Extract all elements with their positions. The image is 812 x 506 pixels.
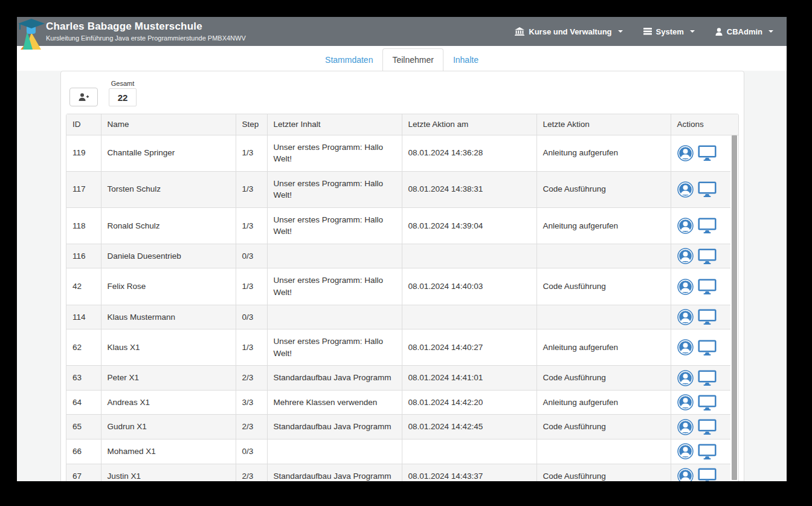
view-participant-button[interactable] <box>677 181 694 198</box>
cell-actions <box>671 329 730 366</box>
tab-inhalte[interactable]: Inhalte <box>443 48 488 71</box>
participants-table: ID Name Step Letzter Inhalt Letzte Aktio… <box>66 114 730 481</box>
cell-last-content <box>267 244 402 268</box>
cell-actions <box>671 439 730 464</box>
cell-last-content <box>267 439 402 464</box>
view-participant-button[interactable] <box>677 443 694 459</box>
cell-actions <box>671 464 730 481</box>
view-screen-button[interactable] <box>698 248 717 264</box>
main-content: Gesamt 22 ID Name Step Letzte <box>17 71 787 481</box>
view-participant-button[interactable] <box>677 309 694 325</box>
cell-step: 2/3 <box>236 464 267 481</box>
view-participant-button[interactable] <box>677 394 694 410</box>
user-circle-icon <box>677 145 694 161</box>
cell-last-action-at <box>402 305 536 329</box>
view-participant-button[interactable] <box>677 419 694 435</box>
cell-step: 1/3 <box>236 171 267 207</box>
tab-teilnehmer[interactable]: Teilnehmer <box>382 48 443 71</box>
cell-last-action <box>536 244 671 268</box>
cell-last-action-at: 08.01.2024 14:39:04 <box>402 207 536 244</box>
cell-step: 1/3 <box>236 268 267 305</box>
cell-name: Klaus Mustermann <box>101 305 236 329</box>
cell-actions <box>671 244 730 268</box>
monitor-icon <box>698 419 717 435</box>
table-header-row: ID Name Step Letzter Inhalt Letzte Aktio… <box>66 114 730 135</box>
cell-step: 2/3 <box>236 415 267 440</box>
monitor-icon <box>698 145 717 161</box>
user-circle-icon <box>677 394 694 410</box>
view-screen-button[interactable] <box>698 444 717 459</box>
view-participant-button[interactable] <box>677 468 694 481</box>
top-navigation: Kurse und Verwaltung System <box>515 27 787 36</box>
cell-last-action-at: 08.01.2024 14:40:03 <box>402 268 536 305</box>
server-list-icon <box>643 28 652 35</box>
table-row: 42Felix Rose1/3Unser erstes Programm: Ha… <box>66 268 730 305</box>
cell-id: 114 <box>66 305 101 329</box>
view-participant-button[interactable] <box>677 279 694 295</box>
view-screen-button[interactable] <box>698 309 717 325</box>
view-screen-button[interactable] <box>698 279 717 294</box>
view-screen-button[interactable] <box>698 181 717 197</box>
view-participant-button[interactable] <box>677 248 694 264</box>
cell-last-action: Code Ausführung <box>536 171 671 207</box>
participants-card: Gesamt 22 ID Name Step Letzte <box>60 71 744 481</box>
view-screen-button[interactable] <box>698 395 717 410</box>
total-group: Gesamt 22 <box>109 80 137 106</box>
participants-table-area: ID Name Step Letzter Inhalt Letzte Aktio… <box>66 114 739 481</box>
bank-icon <box>515 27 524 36</box>
cell-step: 1/3 <box>236 135 267 171</box>
view-screen-button[interactable] <box>698 218 717 233</box>
nav-system[interactable]: System <box>643 27 695 36</box>
monitor-icon <box>698 340 717 355</box>
cell-last-action: Anleitung aufgerufen <box>536 207 671 244</box>
cell-last-action: Anleitung aufgerufen <box>536 135 671 171</box>
cell-actions <box>671 268 730 305</box>
view-participant-button[interactable] <box>677 218 694 234</box>
view-screen-button[interactable] <box>698 340 717 355</box>
cell-id: 116 <box>66 244 101 268</box>
cell-actions <box>671 171 730 207</box>
tab-stammdaten[interactable]: Stammdaten <box>315 48 382 71</box>
cell-last-content: Mehrere Klassen verwenden <box>267 390 402 415</box>
column-header-letzter-inhalt: Letzter Inhalt <box>267 114 402 135</box>
view-screen-button[interactable] <box>698 370 717 386</box>
cell-id: 63 <box>66 366 101 391</box>
table-row: 114Klaus Mustermann0/3 <box>66 305 730 329</box>
cell-last-content: Unser erstes Programm: Hallo Welt! <box>267 171 402 207</box>
view-participant-button[interactable] <box>677 145 694 161</box>
table-row: 64Andreas X13/3Mehrere Klassen verwenden… <box>66 390 730 415</box>
cell-last-action-at: 08.01.2024 14:38:31 <box>402 171 536 207</box>
cell-last-action-at <box>402 244 536 268</box>
scrollbar-thumb[interactable] <box>732 135 737 480</box>
toolbar: Gesamt 22 <box>66 80 739 114</box>
cell-name: Justin X1 <box>101 464 236 481</box>
cell-name: Gudrun X1 <box>101 415 236 440</box>
monitor-icon <box>698 370 717 386</box>
column-header-letzte-aktion-am: Letzte Aktion am <box>402 114 536 135</box>
view-screen-button[interactable] <box>698 419 717 435</box>
user-icon <box>715 28 723 36</box>
cell-actions <box>671 207 730 244</box>
view-screen-button[interactable] <box>698 145 717 161</box>
monitor-icon <box>698 395 717 410</box>
cell-last-content: Unser erstes Programm: Hallo Welt! <box>267 207 402 244</box>
view-participant-button[interactable] <box>677 370 694 386</box>
nav-user-menu[interactable]: CBAdmin <box>715 27 773 36</box>
view-participant-button[interactable] <box>677 339 694 355</box>
cell-last-action-at: 08.01.2024 14:43:37 <box>402 464 536 481</box>
school-logo <box>17 18 46 50</box>
cell-step: 2/3 <box>236 366 267 391</box>
cell-actions <box>671 415 730 440</box>
cell-name: Torsten Schulz <box>101 171 236 207</box>
add-participant-button[interactable] <box>69 88 98 106</box>
total-count: 22 <box>109 88 137 106</box>
school-name: Charles Babagge Musterschule <box>46 21 246 33</box>
top-header-bar: Charles Babagge Musterschule Kursleitung… <box>17 17 787 46</box>
nav-kurse-und-verwaltung[interactable]: Kurse und Verwaltung <box>515 27 622 36</box>
table-row: 118Ronald Schulz1/3Unser erstes Programm… <box>66 207 730 244</box>
column-header-actions: Actions <box>671 114 730 135</box>
view-screen-button[interactable] <box>698 468 717 481</box>
cell-last-action <box>536 305 671 329</box>
table-scrollbar[interactable] <box>731 135 738 481</box>
chevron-down-icon <box>690 30 695 33</box>
